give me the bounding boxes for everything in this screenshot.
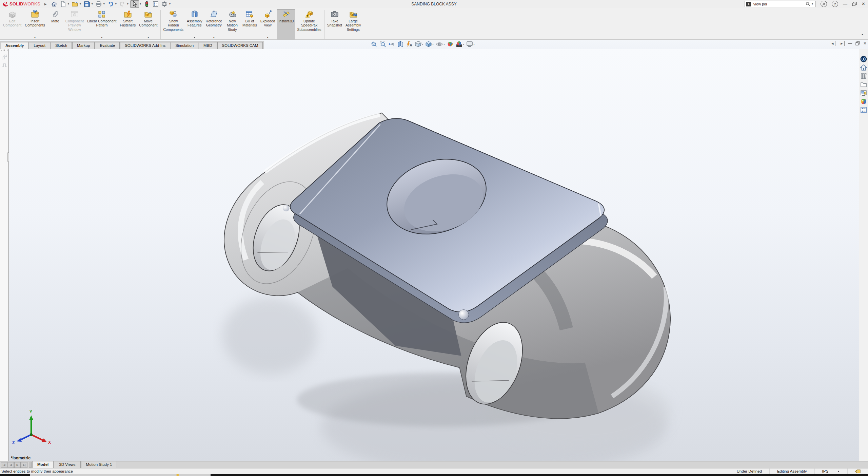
search-box[interactable]: > ▾ bbox=[745, 1, 816, 7]
chevron-down-icon[interactable]: ▾ bbox=[23, 36, 47, 39]
configurations-icon[interactable] bbox=[1, 63, 7, 68]
chevron-down-icon[interactable]: ▾ bbox=[115, 2, 117, 5]
doc-close-button[interactable]: ✕ bbox=[863, 41, 867, 45]
ribbon-button-show-hidden-components[interactable]: Show Hidden Components bbox=[162, 9, 185, 39]
tab-sketch[interactable]: Sketch bbox=[51, 42, 72, 49]
chevron-down-icon[interactable]: ▾ bbox=[259, 36, 277, 39]
doc-minimize-button[interactable]: — bbox=[848, 41, 852, 45]
annotations-button[interactable]: A bbox=[406, 40, 413, 48]
doc-restore-button[interactable] bbox=[855, 41, 860, 45]
chevron-down-icon[interactable]: ▾ bbox=[443, 43, 445, 46]
chevron-down-icon[interactable]: ▾ bbox=[422, 43, 423, 46]
chevron-down-icon[interactable]: ▾ bbox=[812, 2, 813, 5]
zoom-to-fit-button[interactable] bbox=[370, 40, 378, 48]
graphics-viewport[interactable]: Y X Z *Isometric bbox=[9, 49, 859, 461]
appearances-scenes-button[interactable] bbox=[860, 97, 868, 105]
ribbon-button-update-speedpak[interactable]: Update SpeedPak Subassemblies bbox=[295, 9, 323, 39]
chevron-down-icon[interactable]: ▾ bbox=[185, 36, 204, 39]
view-settings-button[interactable]: ▾ bbox=[466, 40, 475, 48]
menu-expand-arrow-icon[interactable]: ▶ bbox=[44, 2, 47, 6]
design-library-button[interactable] bbox=[860, 72, 868, 80]
select-button[interactable] bbox=[130, 0, 139, 8]
ribbon-button-move-component[interactable]: Move Component ▾ bbox=[137, 9, 159, 39]
feature-tree-icon[interactable] bbox=[1, 54, 7, 60]
tab-simulation[interactable]: Simulation bbox=[171, 42, 198, 49]
chevron-down-icon[interactable]: ▾ bbox=[68, 2, 69, 5]
redo-button[interactable] bbox=[118, 1, 126, 7]
display-style-button[interactable]: ▾ bbox=[425, 40, 434, 48]
tab-markup[interactable]: Markup bbox=[72, 42, 95, 49]
collapse-left-pane-button[interactable]: ◀ bbox=[830, 41, 835, 46]
ribbon-button-assembly-features[interactable]: Assembly Features ▾ bbox=[185, 9, 204, 39]
chevron-down-icon[interactable]: ▾ bbox=[80, 2, 81, 5]
ribbon-button-take-snapshot[interactable]: Take Snapshot bbox=[326, 9, 344, 39]
prev-tab-button[interactable]: ◀ bbox=[7, 462, 14, 468]
tag-button[interactable] bbox=[847, 469, 868, 474]
ribbon-button-new-motion-study[interactable]: New Motion Study bbox=[224, 9, 241, 39]
3dexperience-button[interactable] bbox=[860, 55, 868, 63]
account-button[interactable] bbox=[821, 1, 827, 7]
tab-model[interactable]: Model bbox=[32, 461, 54, 468]
search-input[interactable] bbox=[753, 2, 804, 6]
help-button[interactable]: ? bbox=[832, 1, 838, 7]
ribbon-button-large-assembly-settings[interactable]: Large Assembly Settings bbox=[344, 9, 363, 39]
chevron-down-icon[interactable]: ▾ bbox=[432, 43, 434, 46]
tab-assembly[interactable]: Assembly bbox=[1, 42, 28, 49]
tab-mbd[interactable]: MBD bbox=[199, 42, 217, 49]
home-button[interactable] bbox=[50, 1, 58, 7]
ribbon-button-mate[interactable]: Mate bbox=[47, 9, 64, 39]
ribbon-button-linear-component-pattern[interactable]: Linear Component Pattern ▾ bbox=[85, 9, 118, 39]
open-button[interactable] bbox=[71, 1, 79, 7]
solidworks-resources-button[interactable] bbox=[860, 63, 868, 71]
chevron-down-icon[interactable]: ▾ bbox=[127, 2, 129, 5]
tab-splitter-handle[interactable] bbox=[29, 462, 32, 468]
custom-properties-button[interactable] bbox=[860, 106, 868, 114]
chevron-down-icon[interactable]: ▾ bbox=[463, 43, 464, 46]
ribbon-button-edit-component[interactable]: Edit Component bbox=[1, 9, 23, 39]
file-explorer-button[interactable] bbox=[860, 80, 868, 88]
collapse-ribbon-chevron-icon[interactable]: ⌃ bbox=[861, 34, 864, 38]
chevron-down-icon[interactable]: ▾ bbox=[103, 2, 105, 5]
chevron-down-icon[interactable]: ▾ bbox=[85, 36, 118, 39]
ribbon-button-component-preview-window[interactable]: Component Preview Window bbox=[64, 9, 85, 39]
last-tab-button[interactable]: ▶| bbox=[21, 462, 27, 468]
close-button[interactable]: ✕ bbox=[862, 2, 865, 6]
ribbon-button-bill-of-materials[interactable]: Bill of Materials bbox=[241, 9, 259, 39]
zoom-to-area-button[interactable] bbox=[379, 40, 387, 48]
minimize-button[interactable]: — bbox=[843, 2, 847, 6]
tab-solidworks-add-ins[interactable]: SOLIDWORKS Add-Ins bbox=[120, 42, 170, 49]
ribbon-button-reference-geometry[interactable]: Reference Geometry ▾ bbox=[204, 9, 224, 39]
file-properties-button[interactable] bbox=[152, 1, 160, 7]
chevron-down-icon[interactable]: ▾ bbox=[92, 2, 93, 5]
collapsed-feature-manager-panel[interactable] bbox=[0, 49, 9, 461]
save-button[interactable] bbox=[83, 1, 91, 7]
section-view-button[interactable] bbox=[397, 40, 404, 48]
view-palette-button[interactable] bbox=[860, 89, 868, 97]
tab-layout[interactable]: Layout bbox=[29, 42, 50, 49]
panel-grip-dots[interactable] bbox=[1, 50, 7, 51]
model-viewport-canvas[interactable] bbox=[9, 49, 859, 461]
restore-button[interactable] bbox=[852, 2, 857, 6]
options-button[interactable] bbox=[160, 1, 169, 7]
tab-3d-views[interactable]: 3D Views bbox=[54, 461, 80, 468]
collapse-right-pane-button[interactable]: ▶ bbox=[839, 41, 845, 46]
ribbon-button-exploded-view[interactable]: Exploded View ▾ bbox=[259, 9, 277, 39]
hide-show-items-button[interactable]: ▾ bbox=[435, 40, 445, 48]
ribbon-button-instant3d[interactable]: Instant3D bbox=[277, 9, 295, 39]
tab-motion-study-1[interactable]: Motion Study 1 bbox=[81, 461, 117, 468]
chevron-down-icon[interactable]: ▾ bbox=[169, 2, 171, 5]
chevron-down-icon[interactable]: ▾ bbox=[473, 43, 475, 46]
edit-appearance-button[interactable] bbox=[447, 40, 454, 48]
ribbon-button-insert-components[interactable]: Insert Components ▾ bbox=[23, 9, 47, 39]
chevron-down-icon[interactable]: ▾ bbox=[204, 36, 224, 39]
view-orientation-button[interactable]: ▾ bbox=[414, 40, 423, 48]
units-selector[interactable]: IPS ▲ bbox=[814, 469, 847, 474]
tab-solidworks-cam[interactable]: SOLIDWORKS CAM bbox=[217, 42, 263, 49]
apply-scene-button[interactable]: ▾ bbox=[455, 40, 465, 48]
search-icon[interactable] bbox=[806, 2, 810, 6]
chevron-down-icon[interactable]: ▾ bbox=[140, 2, 141, 5]
first-tab-button[interactable]: |◀ bbox=[1, 462, 7, 468]
ribbon-button-smart-fasteners[interactable]: Smart Fasteners bbox=[118, 9, 138, 39]
print-button[interactable] bbox=[95, 1, 103, 7]
undo-button[interactable] bbox=[106, 1, 115, 7]
